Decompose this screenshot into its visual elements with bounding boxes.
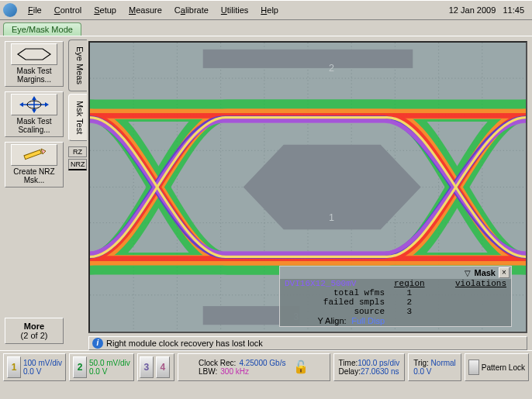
small-tabs: RZ NRZ [68, 146, 87, 170]
pattern-lock-icon [468, 359, 479, 375]
lock-open-icon: 🔓 [293, 360, 309, 374]
mode-tab-row: Eye/Mask Mode [0, 20, 532, 36]
svg-marker-0 [18, 49, 50, 60]
tab-eye-meas[interactable]: Eye Meas [68, 40, 87, 91]
more-label: More [7, 322, 61, 331]
channel-2-info: 50.0 mV/div 0.0 V [89, 359, 130, 377]
mask-test-margins-button[interactable]: Mask Test Margins... [5, 41, 64, 87]
row-total-wfms: total wfms [280, 288, 389, 298]
info-icon: i [92, 338, 103, 349]
channel-2-button[interactable]: 2 [73, 356, 87, 378]
timebase-panel[interactable]: Time:100.0 ps/div Delay:27.0630 ns [333, 353, 406, 381]
close-icon[interactable]: × [499, 267, 510, 278]
menu-measure[interactable]: Measure [123, 3, 168, 17]
channel-2-group[interactable]: 2 50.0 mV/div 0.0 V [69, 353, 134, 381]
menu-help[interactable]: Help [254, 3, 285, 17]
svg-text:2: 2 [329, 62, 334, 74]
svg-marker-2 [32, 96, 36, 100]
tab-nrz[interactable]: NRZ [68, 159, 87, 170]
create-nrz-mask-button[interactable]: Create NRZ Msk... [5, 142, 64, 187]
bottom-status-bar: 1 100 mV/div 0.0 V 2 50.0 mV/div 0.0 V 3… [0, 350, 532, 384]
scaling-arrows-icon [11, 94, 57, 115]
mask-panel-header: ▽ Mask × [280, 267, 511, 279]
trigger-panel[interactable]: Trig: Normal 0.0 V [408, 353, 461, 381]
mask-panel-title: Mask [474, 268, 496, 277]
more-sub: (2 of 2) [7, 331, 61, 340]
info-message: Right module clock recovery has lost loc… [106, 339, 263, 348]
pattern-lock-label: Pattern Lock [482, 363, 525, 372]
info-bar: i Right module clock recovery has lost l… [88, 336, 527, 350]
yalign-label: Y Align: [318, 316, 347, 325]
menu-utilities[interactable]: Utilities [215, 3, 254, 17]
mask-test-scaling-button[interactable]: Mask Test Scaling... [5, 91, 64, 137]
clock-label: Clock Rec: [199, 359, 236, 368]
menu-calibrate[interactable]: Calibrate [168, 3, 215, 17]
time: 11:45 [503, 5, 524, 15]
plot-wrap: 2 1 3 [87, 36, 532, 350]
app-logo-icon [3, 3, 17, 17]
clock-value: 4.25000 Gb/s [239, 359, 285, 368]
more-button[interactable]: More (2 of 2) [5, 318, 64, 344]
channel-1-info: 100 mV/div 0.0 V [23, 359, 62, 377]
eye-diagram-plot[interactable]: 2 1 3 [88, 41, 527, 333]
time-value: 100.0 ps/div [358, 359, 399, 367]
svg-marker-3 [32, 109, 36, 113]
mode-tab-eye-mask[interactable]: Eye/Mask Mode [3, 22, 81, 36]
svg-rect-26 [203, 50, 413, 68]
menu-bar: File Control Setup Measure Calibrate Uti… [0, 0, 532, 20]
time-label: Time: [339, 359, 358, 367]
tab-msk-test[interactable]: Msk Test [68, 94, 87, 141]
row-source: source [280, 307, 389, 316]
left-toolbar: Mask Test Margins... Mask Test Scaling..… [0, 36, 68, 350]
delay-label: Delay: [339, 367, 361, 376]
pattern-lock-button[interactable]: Pattern Lock [465, 353, 529, 381]
date: 12 Jan 2009 [449, 5, 496, 15]
svg-marker-6 [45, 102, 49, 107]
channel-1-group[interactable]: 1 100 mV/div 0.0 V [3, 353, 66, 381]
pencil-icon [11, 144, 57, 166]
col-violations: violations [430, 279, 511, 288]
ch1-scale: 100 mV/div [23, 359, 62, 368]
svg-rect-8 [24, 150, 41, 159]
mask-name: DVI16X12_500mV [280, 279, 389, 288]
channel-1-button[interactable]: 1 [7, 356, 21, 378]
menu-file[interactable]: File [22, 3, 48, 17]
collapse-icon[interactable]: ▽ [465, 269, 471, 277]
svg-marker-5 [19, 102, 23, 107]
ch2-offset: 0.0 V [89, 367, 130, 377]
channel-3-button[interactable]: 3 [140, 356, 154, 378]
row-failed-smpls: failed smpls [280, 298, 389, 307]
btn-label: Create NRZ Msk... [7, 167, 61, 184]
trig-mode: Normal [431, 359, 456, 367]
yalign-value[interactable]: Full Disp [351, 316, 385, 325]
svg-text:1: 1 [329, 212, 334, 223]
trig-label: Trig: [413, 359, 429, 367]
side-tabs: Eye Meas Msk Test RZ NRZ [68, 36, 87, 350]
channel-3-4-group[interactable]: 3 4 [137, 353, 174, 381]
btn-label: Mask Test Margins... [7, 67, 61, 84]
clock-recovery-panel[interactable]: Clock Rec:4.25000 Gb/s LBW:300 kHz 🔓 [178, 353, 330, 381]
tab-rz[interactable]: RZ [68, 146, 87, 157]
lbw-value: 300 kHz [220, 367, 249, 377]
ch1-offset: 0.0 V [23, 367, 62, 377]
menu-setup[interactable]: Setup [88, 3, 123, 17]
trig-level: 0.0 V [413, 367, 456, 377]
svg-marker-9 [41, 149, 46, 154]
ch2-scale: 50.0 mV/div [89, 359, 130, 368]
main-area: Mask Test Margins... Mask Test Scaling..… [0, 36, 532, 350]
mask-results-panel: ▽ Mask × DVI16X12_500mV region violation… [279, 266, 512, 327]
eye-shape-icon [11, 43, 57, 65]
lbw-label: LBW: [199, 367, 217, 377]
col-region: region [389, 279, 430, 288]
menu-control[interactable]: Control [48, 3, 88, 17]
channel-4-button[interactable]: 4 [156, 356, 170, 378]
btn-label: Mask Test Scaling... [7, 117, 61, 134]
datetime: 12 Jan 2009 11:45 [449, 5, 529, 15]
delay-value: 27.0630 ns [361, 367, 399, 376]
